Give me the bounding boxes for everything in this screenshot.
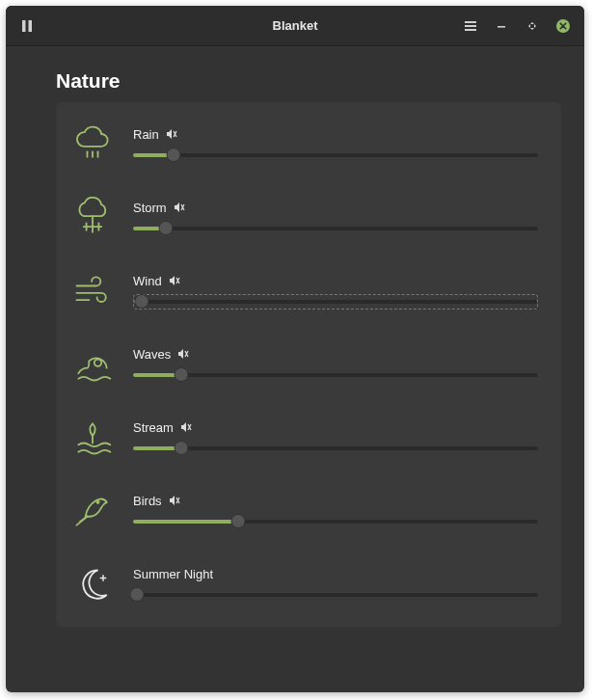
volume-slider-birds[interactable] [133, 514, 538, 529]
sound-label: Waves [133, 347, 171, 362]
storm-icon [69, 195, 116, 241]
volume-slider-storm[interactable] [133, 221, 538, 236]
content-area[interactable]: Nature Rain [6, 46, 584, 692]
volume-slider-wind[interactable] [133, 294, 538, 310]
svg-point-16 [96, 501, 98, 503]
sounds-panel: Rain [56, 102, 561, 627]
menu-button[interactable] [457, 13, 484, 40]
maximize-button[interactable] [519, 13, 546, 40]
sound-label: Stream [133, 420, 174, 435]
svg-rect-3 [465, 25, 476, 27]
birds-icon [69, 488, 116, 534]
svg-line-17 [77, 517, 88, 525]
svg-point-14 [94, 360, 101, 366]
volume-icon [165, 127, 178, 141]
section-title: Nature [6, 46, 584, 102]
rain-icon [69, 121, 116, 168]
sound-label: Birds [133, 494, 162, 508]
volume-slider-stream[interactable] [133, 441, 538, 456]
moon-icon [69, 561, 116, 607]
play-pause-button[interactable] [13, 13, 40, 40]
sound-row-night: Summer Night [69, 548, 538, 621]
svg-rect-0 [22, 20, 26, 32]
sound-label: Wind [133, 274, 162, 288]
volume-icon [173, 201, 186, 214]
volume-icon [179, 420, 193, 434]
volume-icon [168, 274, 181, 287]
sound-row-waves: Waves [69, 328, 538, 401]
minimize-button[interactable] [488, 13, 515, 40]
volume-icon [168, 494, 181, 507]
sound-row-stream: Stream [69, 401, 538, 474]
svg-rect-4 [465, 29, 476, 31]
sound-label: Storm [133, 201, 167, 215]
sound-label: Rain [133, 127, 159, 142]
sound-row-rain: Rain [69, 108, 538, 181]
app-window: Blanket Nature [6, 6, 584, 692]
wind-icon [69, 268, 116, 314]
waves-icon [69, 341, 116, 388]
volume-slider-night[interactable] [133, 587, 538, 603]
sound-row-wind: Wind [69, 255, 538, 328]
svg-rect-1 [29, 20, 33, 32]
volume-icon [176, 347, 190, 361]
volume-slider-rain[interactable] [133, 148, 538, 163]
header-bar: Blanket [6, 6, 584, 46]
sound-row-storm: Storm [69, 181, 538, 255]
stream-icon [69, 415, 116, 461]
sound-label: Summer Night [133, 567, 213, 581]
svg-rect-5 [498, 26, 505, 28]
sound-row-birds: Birds [69, 474, 538, 548]
window-title: Blanket [148, 18, 442, 33]
close-button[interactable] [550, 13, 577, 40]
svg-rect-2 [465, 21, 476, 23]
volume-slider-waves[interactable] [133, 367, 538, 383]
